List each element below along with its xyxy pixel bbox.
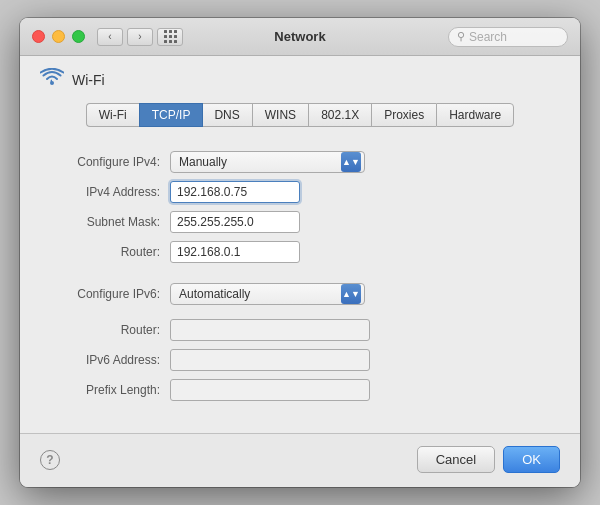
tab-wifi[interactable]: Wi-Fi: [86, 103, 139, 127]
forward-button[interactable]: ›: [127, 28, 153, 46]
configure-ipv4-row: Configure IPv4: Manually ▲▼: [40, 151, 560, 173]
ipv4-address-label: IPv4 Address:: [40, 185, 170, 199]
cancel-button[interactable]: Cancel: [417, 446, 495, 473]
wifi-header: Wi-Fi: [40, 68, 560, 91]
tabs-bar: Wi-Fi TCP/IP DNS WINS 802.1X Proxies Har…: [40, 103, 560, 127]
configure-ipv6-row: Configure IPv6: Automatically ▲▼: [40, 283, 560, 305]
window-title: Network: [274, 29, 325, 44]
subnet-mask-input[interactable]: [170, 211, 300, 233]
svg-point-0: [50, 81, 54, 85]
wifi-icon: [40, 68, 64, 91]
minimize-button[interactable]: [52, 30, 65, 43]
tab-tcpip[interactable]: TCP/IP: [139, 103, 204, 127]
nav-buttons: ‹ ›: [97, 28, 153, 46]
back-button[interactable]: ‹: [97, 28, 123, 46]
router-ipv6-input[interactable]: [170, 319, 370, 341]
close-button[interactable]: [32, 30, 45, 43]
ipv6-address-input[interactable]: [170, 349, 370, 371]
content-area: Wi-Fi Wi-Fi TCP/IP DNS WINS 802.1X Proxi…: [20, 56, 580, 433]
wifi-label: Wi-Fi: [72, 72, 105, 88]
prefix-length-label: Prefix Length:: [40, 383, 170, 397]
prefix-length-input[interactable]: [170, 379, 370, 401]
router-input[interactable]: [170, 241, 300, 263]
tab-wins[interactable]: WINS: [252, 103, 308, 127]
search-placeholder: Search: [469, 30, 507, 44]
search-icon: ⚲: [457, 30, 465, 43]
configure-ipv4-select[interactable]: Manually: [170, 151, 365, 173]
form-section: Configure IPv4: Manually ▲▼ IPv4 Ad: [40, 143, 560, 417]
ipv6-address-label: IPv6 Address:: [40, 353, 170, 367]
configure-ipv6-select-container: Automatically ▲▼: [170, 283, 365, 305]
grid-button[interactable]: [157, 28, 183, 46]
bottom-bar: ? Cancel OK: [20, 433, 580, 487]
maximize-button[interactable]: [72, 30, 85, 43]
action-buttons: Cancel OK: [417, 446, 560, 473]
titlebar: ‹ › Network ⚲ Search: [20, 18, 580, 56]
configure-ipv4-label: Configure IPv4:: [40, 155, 170, 169]
ok-button[interactable]: OK: [503, 446, 560, 473]
subnet-mask-row: Subnet Mask:: [40, 211, 560, 233]
tab-8021x[interactable]: 802.1X: [308, 103, 371, 127]
help-button[interactable]: ?: [40, 450, 60, 470]
ipv6-address-row: IPv6 Address:: [40, 349, 560, 371]
configure-ipv6-label: Configure IPv6:: [40, 287, 170, 301]
subnet-mask-label: Subnet Mask:: [40, 215, 170, 229]
tab-hardware[interactable]: Hardware: [436, 103, 514, 127]
search-bar[interactable]: ⚲ Search: [448, 27, 568, 47]
tab-dns[interactable]: DNS: [202, 103, 251, 127]
router-row: Router:: [40, 241, 560, 263]
router-ipv6-label: Router:: [40, 323, 170, 337]
ipv4-address-input[interactable]: [170, 181, 300, 203]
router-ipv6-row: Router:: [40, 319, 560, 341]
router-label: Router:: [40, 245, 170, 259]
ipv4-address-row: IPv4 Address:: [40, 181, 560, 203]
tab-proxies[interactable]: Proxies: [371, 103, 436, 127]
traffic-lights: [32, 30, 85, 43]
main-window: ‹ › Network ⚲ Search: [20, 18, 580, 487]
configure-ipv6-select[interactable]: Automatically: [170, 283, 365, 305]
configure-ipv4-select-container: Manually ▲▼: [170, 151, 365, 173]
prefix-length-row: Prefix Length:: [40, 379, 560, 401]
